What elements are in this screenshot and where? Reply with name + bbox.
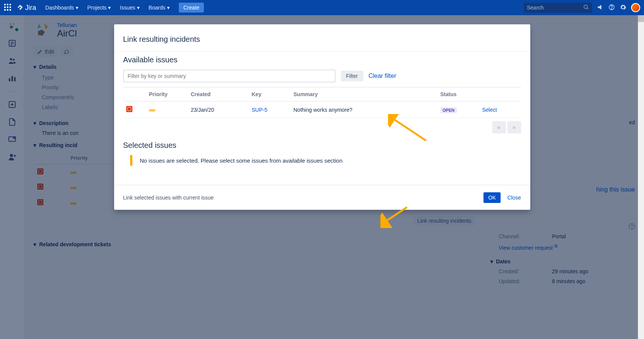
- priority-medium-icon: [149, 109, 155, 112]
- ok-button[interactable]: OK: [483, 192, 500, 203]
- svg-rect-1: [7, 4, 8, 5]
- link-incidents-modal: Link resulting incidents Available issue…: [114, 24, 530, 210]
- close-button[interactable]: Close: [507, 195, 521, 201]
- col-created[interactable]: Created: [188, 87, 249, 101]
- issue-key-link[interactable]: SUP-5: [252, 107, 267, 113]
- filter-input[interactable]: [123, 70, 336, 82]
- chevron-down-icon: ▾: [137, 5, 140, 11]
- footer-hint: Link selected issues with current issue: [123, 195, 214, 201]
- issuetype-icon: [126, 106, 132, 112]
- available-table: Priority Created Key Summary Status 23/J…: [123, 87, 521, 118]
- chevron-down-icon: ▾: [108, 5, 111, 11]
- search-input[interactable]: Search: [524, 3, 592, 13]
- svg-rect-8: [10, 9, 11, 11]
- next-page-button[interactable]: »: [507, 121, 521, 133]
- empty-selected-notice: No issues are selected. Please select so…: [130, 155, 521, 166]
- svg-rect-5: [10, 6, 11, 8]
- svg-point-9: [584, 5, 587, 8]
- col-summary[interactable]: Summary: [291, 87, 437, 101]
- col-priority[interactable]: Priority: [146, 87, 188, 101]
- scrollbar[interactable]: [638, 15, 644, 339]
- nav-boards[interactable]: Boards ▾: [145, 3, 173, 12]
- available-row: 23/Jan/20 SUP-5 Nothing works anymore? O…: [123, 101, 521, 118]
- svg-line-10: [587, 8, 588, 9]
- feedback-icon[interactable]: [597, 4, 604, 12]
- svg-rect-0: [4, 4, 6, 5]
- search-icon: [583, 4, 589, 11]
- jira-logo[interactable]: Jira: [17, 4, 36, 12]
- svg-rect-6: [4, 9, 6, 11]
- filter-button[interactable]: Filter: [341, 71, 363, 81]
- select-link[interactable]: Select: [482, 107, 497, 113]
- nav-issues[interactable]: Issues ▾: [116, 3, 143, 12]
- modal-overlay: Link resulting incidents Available issue…: [0, 15, 644, 339]
- apps-icon[interactable]: [4, 3, 11, 12]
- nav-dashboards[interactable]: Dashboards ▾: [41, 3, 82, 12]
- svg-rect-2: [10, 4, 11, 5]
- svg-point-12: [611, 8, 612, 9]
- status-badge: OPEN: [440, 107, 457, 113]
- settings-icon[interactable]: [620, 4, 627, 12]
- top-nav: Jira Dashboards ▾ Projects ▾ Issues ▾ Bo…: [0, 0, 644, 15]
- svg-rect-3: [4, 6, 6, 8]
- prev-page-button[interactable]: «: [492, 121, 506, 133]
- help-icon[interactable]: [608, 4, 615, 12]
- selected-heading: Selected issues: [123, 141, 521, 150]
- col-status[interactable]: Status: [437, 87, 479, 101]
- nav-projects[interactable]: Projects ▾: [84, 3, 115, 12]
- search-placeholder: Search: [527, 5, 544, 11]
- chevron-down-icon: ▾: [167, 5, 170, 11]
- warning-bar-icon: [130, 155, 132, 166]
- modal-title: Link resulting incidents: [114, 24, 530, 51]
- clear-filter-link[interactable]: Clear filter: [369, 73, 396, 79]
- svg-rect-7: [7, 9, 8, 11]
- user-avatar[interactable]: [631, 3, 640, 12]
- chevron-down-icon: ▾: [76, 5, 78, 11]
- available-heading: Available issues: [123, 55, 521, 64]
- create-button[interactable]: Create: [179, 3, 204, 13]
- col-key[interactable]: Key: [249, 87, 291, 101]
- svg-rect-4: [7, 6, 8, 8]
